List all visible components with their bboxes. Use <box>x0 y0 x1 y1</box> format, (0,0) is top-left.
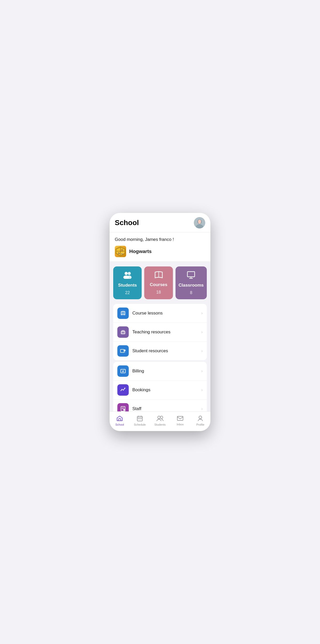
menu-item-course-lessons[interactable]: Course lessons › <box>113 304 207 323</box>
svg-point-12 <box>125 272 128 275</box>
profile-nav-icon <box>198 416 203 422</box>
menu-item-billing[interactable]: $ Billing › <box>113 362 207 381</box>
staff-icon-wrap <box>117 403 129 411</box>
main-content: Good morning, James franco ! ⚡ 🦁 🦅 🦡 <box>110 232 210 411</box>
svg-rect-33 <box>119 419 121 421</box>
menu-item-student-resources[interactable]: Student resources › <box>113 342 207 360</box>
classrooms-count: 8 <box>190 290 192 295</box>
bookings-chevron: › <box>201 388 203 392</box>
courses-icon <box>155 271 163 280</box>
students-nav-label: Students <box>154 423 165 426</box>
menu-group-1: Course lessons › Teaching resources › <box>113 304 207 360</box>
nav-item-inbox[interactable]: Inbox <box>170 412 190 428</box>
svg-text:🦁: 🦁 <box>121 249 123 251</box>
menu-item-staff[interactable]: Staff › <box>113 400 207 411</box>
schedule-nav-icon <box>137 416 143 422</box>
svg-point-27 <box>124 388 125 389</box>
bookings-icon-wrap <box>117 384 129 396</box>
student-resources-icon-wrap <box>117 345 129 357</box>
svg-point-3 <box>198 220 201 223</box>
school-nav-label: School <box>115 423 124 426</box>
menu-item-bookings[interactable]: Bookings › <box>113 381 207 400</box>
school-badge-icon: ⚡ 🦁 🦅 🦡 <box>115 246 126 257</box>
student-resources-chevron: › <box>201 349 203 353</box>
nav-item-profile[interactable]: Profile <box>190 412 210 428</box>
teaching-resources-icon-wrap <box>117 326 129 338</box>
inbox-nav-icon <box>177 416 183 422</box>
svg-text:🦡: 🦡 <box>121 252 123 255</box>
students-label: Students <box>118 283 137 288</box>
classrooms-label: Classrooms <box>179 283 204 288</box>
inbox-nav-label: Inbox <box>177 423 184 426</box>
menu-group-2: $ Billing › Bookings › <box>113 362 207 411</box>
student-resources-label: Student resources <box>132 348 198 354</box>
nav-item-schedule[interactable]: Schedule <box>130 412 150 428</box>
menu-item-teaching-resources[interactable]: Teaching resources › <box>113 323 207 342</box>
bottom-nav: School Schedule <box>110 411 210 431</box>
students-icon <box>123 271 132 280</box>
svg-text:🦅: 🦅 <box>118 252 120 255</box>
page-title: School <box>115 219 139 227</box>
svg-rect-40 <box>141 418 142 419</box>
greeting-text: Good morning, James franco ! <box>115 237 205 242</box>
svg-rect-16 <box>187 272 195 277</box>
nav-item-school[interactable]: School <box>110 412 130 428</box>
stat-card-courses[interactable]: Courses 18 <box>144 266 173 299</box>
svg-text:⚡: ⚡ <box>118 249 120 251</box>
svg-rect-22 <box>120 349 124 352</box>
header: School <box>110 213 210 232</box>
teaching-resources-label: Teaching resources <box>132 329 198 335</box>
course-lessons-label: Course lessons <box>132 311 198 316</box>
school-name-label: Hogwarts <box>129 249 152 254</box>
school-nav-icon <box>117 416 123 422</box>
user-avatar[interactable] <box>194 217 205 228</box>
svg-point-23 <box>124 349 126 351</box>
course-lessons-icon-wrap <box>117 308 129 319</box>
billing-icon-wrap: $ <box>117 365 129 377</box>
billing-chevron: › <box>201 369 203 373</box>
bookings-label: Bookings <box>132 387 198 393</box>
staff-chevron: › <box>201 407 203 411</box>
stat-card-classrooms[interactable]: Classrooms 8 <box>176 266 207 299</box>
svg-point-41 <box>158 416 160 419</box>
courses-count: 18 <box>156 290 161 295</box>
billing-label: Billing <box>132 369 198 374</box>
profile-nav-label: Profile <box>196 423 204 426</box>
stats-section: Students 22 Courses 18 <box>110 263 210 302</box>
svg-rect-38 <box>138 418 139 419</box>
staff-label: Staff <box>132 406 198 411</box>
svg-text:$: $ <box>122 370 123 373</box>
school-row: ⚡ 🦁 🦅 🦡 Hogwarts <box>115 246 205 257</box>
teaching-resources-chevron: › <box>201 330 203 334</box>
course-lessons-chevron: › <box>201 311 203 316</box>
svg-point-42 <box>160 416 163 419</box>
svg-point-13 <box>128 272 131 275</box>
schedule-nav-label: Schedule <box>134 423 146 426</box>
svg-rect-43 <box>177 416 183 420</box>
nav-item-students[interactable]: Students <box>150 412 170 428</box>
svg-point-44 <box>199 416 202 419</box>
stat-card-students[interactable]: Students 22 <box>113 266 142 299</box>
courses-label: Courses <box>150 282 167 287</box>
classrooms-icon <box>187 271 195 280</box>
greeting-section: Good morning, James franco ! ⚡ 🦁 🦅 🦡 <box>110 232 210 261</box>
students-count: 22 <box>125 290 130 295</box>
students-nav-icon <box>156 416 164 422</box>
svg-rect-39 <box>140 418 140 419</box>
phone-container: School Good morning, James franco ! <box>110 213 210 431</box>
